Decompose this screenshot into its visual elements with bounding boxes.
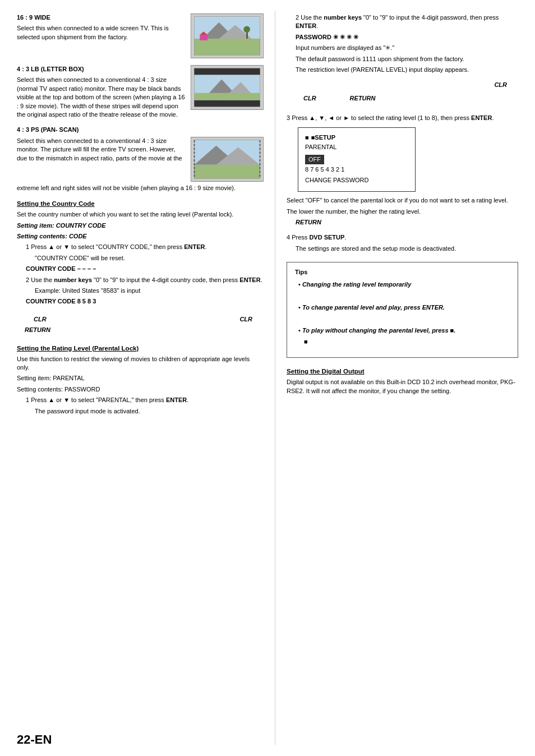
country-code-step1: 1 Press ▲ or ▼ to select "COUNTRY CODE,"… [26, 243, 264, 262]
parental-desc: Use this function to restrict the viewin… [17, 355, 264, 372]
password-step2: 2 Use the number keys "0" to "9" to inpu… [296, 13, 518, 31]
return-label-right: RETURN [350, 94, 376, 103]
tips-box: Tips • Changing the rating level tempora… [287, 262, 518, 358]
step3-text: 3 Press ▲, ▼, ◄ or ► to select the ratin… [287, 114, 518, 122]
step1-text: 1 Press ▲ or ▼ to select "COUNTRY CODE,"… [26, 243, 264, 251]
right-column: 2 Use the number keys "0" to "9" to inpu… [275, 11, 518, 745]
svg-point-7 [243, 26, 250, 33]
image-letterbox [191, 65, 264, 110]
section-country-code: Setting the Country Code Set the country… [17, 199, 264, 336]
setup-parental: PARENTAL [305, 143, 408, 151]
setup-numbers: 8 7 6 5 4 3 2 1 [305, 165, 408, 174]
pw-note1: Input numbers are displayed as "✳." [296, 44, 518, 52]
step4-text: 4 Press DVD SETUP. [287, 233, 518, 242]
image-169-wide [191, 13, 264, 58]
step4-note: The settings are stored and the setup mo… [296, 245, 518, 253]
ps-title: 4 : 3 PS (PAN- SCAN) [17, 126, 264, 134]
clr-label-left: CLR [34, 315, 50, 324]
page-number: 22-EN [17, 732, 52, 747]
clr-area-right: CLR [287, 81, 518, 91]
tips-item2: • To change parental level and play, pre… [298, 303, 510, 312]
parental-step1: 1 Press ▲ or ▼ to select "PARENTAL," the… [26, 396, 264, 416]
step1-note: "COUNTRY CODE" will be reset. [35, 254, 264, 262]
digital-output-desc: Digital output is not available on this … [287, 378, 518, 395]
clr-return-right: CLR RETURN [287, 94, 518, 105]
country-code-setting-item: Setting item: COUNTRY CODE [17, 222, 264, 230]
page: 16 : 9 WIDE Select this when connected t… [0, 0, 535, 756]
step3-section: 3 Press ▲, ▼, ◄ or ► to select the ratin… [287, 114, 518, 227]
clr-right-pw: CLR [494, 81, 507, 89]
step1-body: Press ▲ or ▼ to select "COUNTRY CODE," t… [31, 243, 206, 250]
return-label-left: RETURN [25, 326, 50, 334]
svg-rect-23 [195, 164, 260, 178]
step2-text: 2 Use the number keys "0" to "9" to inpu… [26, 276, 264, 284]
pw-note3: The restriction level (PARENTAL LEVEL) i… [296, 66, 518, 74]
country-code-desc: Set the country number of which you want… [17, 210, 264, 219]
digital-output-section: Setting the Digital Output Digital outpu… [287, 367, 518, 395]
step3-note1: Select "OFF" to cancel the parental lock… [287, 196, 518, 205]
setup-off: OFF [305, 155, 324, 164]
setup-header-text: ■SETUP [311, 132, 335, 144]
svg-rect-8 [200, 35, 207, 40]
step4-section: 4 Press DVD SETUP. The settings are stor… [287, 233, 518, 253]
step2-example: Example: United States "8583" is input [35, 287, 264, 295]
clr-right-area: CLR [239, 315, 252, 337]
password-display: PASSWORD ✳ ✳ ✳ ✳ [296, 33, 518, 42]
clr-return-left: CLR RETURN [17, 315, 50, 337]
clr-area-top: CLR RETURN CLR [17, 315, 264, 337]
svg-rect-12 [195, 68, 260, 75]
step3-return: RETURN [296, 218, 518, 227]
pw-note2: The default password is 1111 upon shipme… [296, 55, 518, 63]
section-parental: Setting the Rating Level (Parental Lock)… [17, 344, 264, 416]
parental-step1-note: The password input mode is activated. [35, 407, 264, 416]
country-code-step2: 2 Use the number keys "0" to "9" to inpu… [26, 276, 264, 296]
clr-label-right: CLR [303, 94, 316, 103]
digital-output-title: Setting the Digital Output [287, 367, 518, 376]
pw-step2-text: 2 Use the number keys "0" to "9" to inpu… [296, 13, 518, 31]
clr-right: CLR [239, 315, 252, 324]
svg-rect-17 [195, 93, 260, 100]
step3-note2: The lower the number, the higher the rat… [287, 208, 518, 216]
country-code-title: Setting the Country Code [17, 199, 264, 208]
country-code-setting-contents: Setting contents: CODE [17, 232, 264, 241]
section-letterbox: 4 : 3 LB (LETTER BOX) Select this when c… [17, 65, 264, 121]
parental-title: Setting the Rating Level (Parental Lock) [17, 344, 264, 353]
parental-step1-text: 1 Press ▲ or ▼ to select "PARENTAL," the… [26, 396, 264, 404]
left-column: 16 : 9 WIDE Select this when connected t… [17, 11, 275, 745]
section-169-wide: 16 : 9 WIDE Select this when connected t… [17, 13, 264, 61]
tips-item3: • To play without changing the parental … [298, 326, 510, 346]
country-code-display: COUNTRY CODE – – – – [26, 265, 264, 273]
svg-rect-13 [195, 100, 260, 107]
tips-item3-symbol: ■ [304, 338, 510, 346]
step1-num: 1 [26, 243, 31, 250]
parental-setting-contents: Setting contents: PASSWORD [17, 385, 264, 394]
tips-item1: • Changing the rating level temporarily [298, 280, 510, 289]
image-pan-scan [191, 137, 264, 182]
setup-change-pw: CHANGE PASSWORD [305, 176, 408, 185]
section-pan-scan: 4 : 3 PS (PAN- SCAN) [17, 126, 264, 192]
setup-box-header: ■ ■SETUP [305, 132, 408, 144]
ps-body2: extreme left and right sides will not be… [17, 184, 264, 192]
tips-title: Tips [295, 268, 510, 276]
country-code-value: COUNTRY CODE 8 5 8 3 [26, 297, 264, 306]
parental-setting-item: Setting item: PARENTAL [17, 374, 264, 382]
svg-rect-5 [195, 39, 260, 55]
setup-square-icon: ■ [305, 132, 309, 144]
setup-box: ■ ■SETUP PARENTAL OFF 8 7 6 5 4 3 2 1 CH… [298, 127, 416, 192]
